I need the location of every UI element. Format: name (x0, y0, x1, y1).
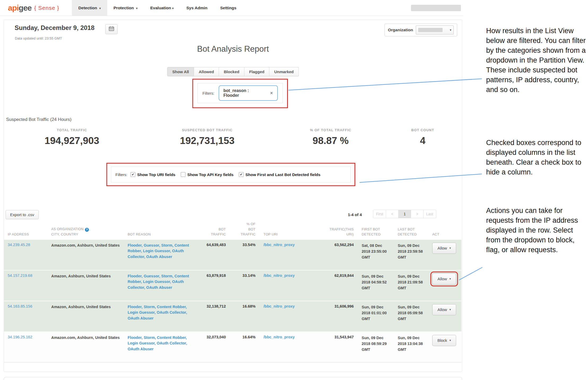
tab-show-all[interactable]: Show All (167, 67, 194, 76)
bot-reason-links[interactable]: Flooder, Guessor, Storm, Content Robber,… (128, 274, 189, 290)
status-tabs: Show All Allowed Blocked Flagged Unmarke… (167, 67, 299, 76)
action-dropdown[interactable]: Allow▾ (432, 243, 456, 254)
page-1-button[interactable]: 1 (399, 210, 411, 218)
col-header-traffic-this-uri: TRAFFIC(THIS URI) (314, 227, 354, 237)
col-header-ip-address: IP ADDRESS (4, 232, 47, 237)
nav-item-evaluation[interactable]: Evaluation▾ (144, 0, 180, 16)
tab-flagged[interactable]: Flagged (244, 67, 270, 76)
logo-api-text: api (8, 3, 19, 12)
export-csv-button[interactable]: Export to .csv (6, 210, 39, 219)
pct-bot-traffic-cell: 16.68% (226, 304, 256, 308)
first-bot-detected-cell: Sun, 09 Dec 2018 04:59:52 GMT (362, 273, 389, 291)
bot-reason-links[interactable]: Flooder, Storm, Content Robber, Login Gu… (128, 335, 187, 351)
table-row: 54.157.219.68 Amazon, Ashburn, United St… (4, 270, 461, 301)
top-uri-link[interactable]: /bbc_nitro_proxy (263, 243, 295, 247)
apigee-logo: apigee (8, 3, 32, 12)
page-prev-button[interactable]: < (386, 210, 399, 218)
bot-traffic-cell: 63,879,918 (191, 273, 226, 278)
ip-address-link[interactable]: 54.163.85.156 (8, 304, 32, 308)
last-bot-detected-cell: Sun, 09 Dec 2018 21:09:58 GMT (398, 273, 425, 291)
ip-address-link[interactable]: 34.239.45.28 (8, 243, 30, 247)
action-dropdown[interactable]: Allow▾ (432, 304, 456, 315)
stat-suspected-bot-traffic: SUSPECTED BOT TRAFFIC 192,731,153 (180, 128, 235, 146)
first-bot-detected-cell: Sun, 09 Dec 2018 01:01:00 GMT (362, 304, 389, 322)
nav-item-detection[interactable]: Detection ▾ (72, 0, 107, 16)
col-header-act: ACT (432, 232, 461, 237)
pct-bot-traffic-cell: 33.14% (226, 273, 256, 278)
annotation-text-actions: Actions you can take for requests from t… (486, 206, 587, 255)
first-bot-detected-cell: Sat, 08 Dec 2018 23:55:00 GMT (362, 243, 389, 260)
checkbox-unchecked-icon[interactable] (181, 172, 185, 177)
column-filters-bar: Filters: ✔ Show Top URI fields Show Top … (111, 167, 351, 182)
chevron-down-icon: ▾ (449, 277, 451, 281)
table-row: 34.196.25.162 Amazon.com, Ashburn, Unite… (4, 332, 461, 362)
data-updated-text: Data updated until: 23:55 GMT (15, 36, 62, 40)
chevron-down-icon: ▾ (449, 246, 451, 250)
sense-logo: { Sense } (34, 5, 59, 11)
ip-address-link[interactable]: 54.157.219.68 (8, 273, 32, 278)
nav-item-settings[interactable]: Settings (214, 0, 243, 16)
tab-allowed[interactable]: Allowed (194, 67, 219, 76)
chevron-down-icon: ▾ (172, 7, 174, 10)
last-bot-detected-cell: Sun, 09 Dec 2018 13:04:38 GMT (398, 335, 425, 353)
page-first-button[interactable]: First (373, 210, 386, 218)
table-row: 54.163.85.156 Amazon, Ashburn, United St… (4, 301, 461, 332)
checkbox-show-top-api-key-fields[interactable]: Show Top API Key fields (181, 172, 234, 177)
pagination-range: 1-4 of 4 (348, 212, 362, 217)
col-header-bot-traffic: BOT TRAFFIC (191, 227, 226, 237)
as-organization-cell: Amazon, Ashburn, United States (51, 273, 125, 279)
checkbox-show-top-uri-fields[interactable]: ✔ Show Top URI fields (131, 172, 175, 177)
last-bot-detected-cell: Sun, 09 Dec 2018 05:09:58 GMT (398, 304, 425, 322)
calendar-icon (109, 26, 114, 32)
tab-unmarked[interactable]: Unmarked (269, 67, 299, 76)
checkbox-checked-icon[interactable]: ✔ (131, 172, 135, 177)
pagination: First < 1 > Last (373, 210, 436, 218)
action-dropdown-highlighted[interactable]: Allow▾ (432, 273, 456, 285)
traffic-this-uri-cell: 62,819,844 (314, 273, 354, 278)
organization-label: Organization (388, 28, 413, 32)
ip-address-link[interactable]: 34.196.25.162 (8, 335, 32, 339)
col-header-first-bot-detected: FIRST BOT DETECTED (362, 227, 389, 237)
tab-blocked[interactable]: Blocked (219, 67, 244, 76)
page-title: Bot Analysis Report (4, 44, 462, 54)
col-header-pct-bot-traffic: % OF BOT TRAFFIC (226, 221, 256, 237)
suspected-traffic-section-label: Suspected Bot Traffic (24 Hours) (6, 117, 71, 122)
page-next-button[interactable]: > (411, 210, 423, 218)
close-icon[interactable]: ✕ (270, 91, 273, 95)
page-last-button[interactable]: Last (423, 210, 436, 218)
top-uri-link[interactable]: /bbc_nitro_proxy (263, 335, 295, 339)
help-icon[interactable]: ? (85, 228, 89, 232)
bot-list-table: IP ADDRESS AS ORGANIZATION?,CITY, COUNTR… (4, 221, 461, 362)
action-dropdown[interactable]: Block▾ (432, 335, 456, 346)
chevron-down-icon: ▾ (450, 28, 451, 32)
table-row: 34.239.45.28 Amazon.com, Ashburn, United… (4, 240, 461, 270)
bot-reason-links[interactable]: Flooder, Storm, Content Robber, Login Gu… (128, 305, 187, 321)
bot-traffic-cell: 32,138,712 (191, 304, 226, 308)
filter-chip-bot-reason[interactable]: bot_reason : Flooder ✕ (219, 85, 278, 101)
pct-bot-traffic-cell: 33.54% (226, 243, 256, 247)
stat-bot-count: BOT COUNT 4 (411, 128, 434, 146)
nav-item-sys-admin[interactable]: Sys Admin (180, 0, 214, 16)
top-uri-link[interactable]: /bbc_nitro_proxy (263, 273, 295, 278)
checkbox-show-first-last-bot-detected[interactable]: ✔ Show First and Last Bot Detected field… (239, 172, 321, 177)
first-bot-detected-cell: Sun, 09 Dec 2018 08:59:29 GMT (362, 335, 389, 353)
report-date: Sunday, December 9, 2018 (15, 24, 94, 32)
stat-total-traffic: TOTAL TRAFFIC 194,927,903 (45, 128, 99, 146)
date-picker-button[interactable] (105, 24, 118, 34)
col-header-bot-reason: BOT REASON (128, 232, 191, 237)
chevron-down-icon: ▾ (449, 308, 451, 311)
nav-item-protection[interactable]: Protection ▾ (107, 0, 144, 16)
top-uri-link[interactable]: /bbc_nitro_proxy (263, 304, 295, 308)
app-window: apigee { Sense } Detection ▾ Protection … (0, 0, 463, 16)
bot-traffic-cell: 64,639,483 (191, 243, 226, 247)
top-navbar: apigee { Sense } Detection ▾ Protection … (0, 0, 463, 16)
col-header-top-uri: TOP URI (263, 232, 314, 237)
organization-select[interactable]: ▾ (416, 25, 454, 34)
stat-percent-total-traffic: % OF TOTAL TRAFFIC 98.87 % (310, 128, 351, 146)
annotation-box-filter-chip: Filters: bot_reason : Flooder ✕ (192, 79, 288, 108)
checkbox-checked-icon[interactable]: ✔ (239, 172, 244, 177)
logo-gee-text: gee (19, 3, 32, 12)
chevron-down-icon: ▾ (449, 339, 451, 342)
bot-reason-links[interactable]: Flooder, Guessor, Storm, Content Robber,… (128, 243, 189, 259)
traffic-this-uri-cell: 63,562,294 (314, 243, 354, 247)
